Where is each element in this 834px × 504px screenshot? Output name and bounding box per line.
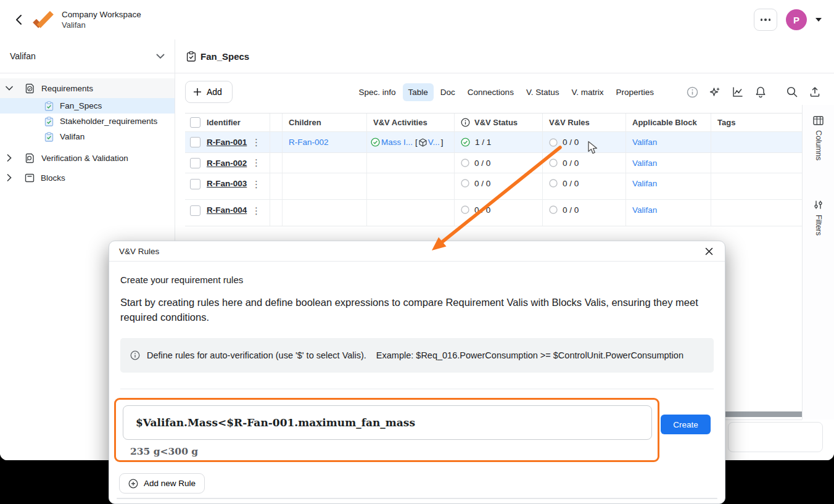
verification-icon — [25, 153, 35, 163]
block-link[interactable]: Valifan — [632, 179, 657, 188]
table-row[interactable]: R-Fan-001 ⋮ R-Fan-002 Mass I... [ V... ] — [185, 132, 802, 153]
project-selector[interactable]: Valifan — [0, 39, 175, 73]
row-checkbox[interactable] — [190, 179, 200, 189]
column-header-block[interactable]: Applicable Block — [626, 114, 711, 131]
column-header-children[interactable]: Children — [283, 114, 367, 131]
user-avatar[interactable]: P — [786, 9, 807, 30]
block-link[interactable]: Valifan — [632, 159, 657, 168]
empty-circle-icon — [549, 205, 558, 214]
export-icon[interactable] — [808, 85, 822, 99]
sidebar-item-blocks[interactable]: Blocks — [0, 168, 175, 188]
view-tabs: Spec. info Table Doc Connections V. Stat… — [353, 83, 659, 101]
status-cell[interactable]: 0 / 0 — [455, 153, 543, 173]
children-link[interactable]: R-Fan-002 — [289, 138, 329, 147]
empty-circle-icon — [461, 159, 469, 167]
info-icon[interactable] — [685, 85, 699, 99]
analytics-chart-icon[interactable] — [731, 85, 745, 99]
more-options-button[interactable] — [754, 9, 777, 31]
tab-v-matrix[interactable]: V. matrix — [566, 83, 609, 101]
empty-circle-icon — [461, 179, 469, 188]
columns-panel-tab[interactable]: Columns — [803, 105, 834, 160]
tab-connections[interactable]: Connections — [462, 83, 519, 101]
sidebar-item-label: Fan_Specs — [60, 101, 102, 110]
status-cell[interactable]: 0 / 0 — [455, 200, 543, 226]
add-button-label: Add — [207, 87, 222, 97]
add-button[interactable]: Add — [185, 81, 233, 103]
hint-banner: Define rules for auto-verification (use … — [120, 338, 714, 373]
select-all-checkbox[interactable] — [190, 117, 200, 128]
column-header-rules[interactable]: V&V Rules — [543, 114, 626, 131]
status-cell[interactable]: 0 / 0 — [455, 173, 543, 199]
sidebar-tree: Requirements Fan_Specs Stakeholder_requi… — [0, 73, 175, 188]
workspace-name: Company Workspace — [62, 9, 141, 20]
activities-cell[interactable]: Mass I... [ V... ] — [367, 132, 455, 152]
page-title-row: Fan_Specs — [175, 39, 834, 73]
sidebar-item-requirements[interactable]: Requirements — [0, 78, 175, 98]
user-menu-caret-icon[interactable] — [815, 18, 822, 22]
requirement-link[interactable]: R-Fan-004 — [207, 205, 247, 215]
tab-properties[interactable]: Properties — [610, 83, 659, 101]
tab-v-status[interactable]: V. Status — [521, 83, 565, 101]
spec-icon — [44, 132, 54, 142]
rule-editor-highlight: $Valifan.Mass<$R-Fan-001.maximum_fan_mas… — [114, 398, 659, 462]
row-menu-kebab-icon[interactable]: ⋮ — [249, 205, 263, 217]
column-header-status[interactable]: V&V Status — [455, 114, 543, 131]
search-icon[interactable] — [785, 85, 799, 99]
sidebar-item-label: Verification & Validation — [41, 154, 128, 163]
back-button[interactable] — [11, 12, 26, 27]
column-header-activities[interactable]: V&V Activities — [367, 114, 455, 131]
row-menu-kebab-icon[interactable]: ⋮ — [249, 179, 263, 190]
row-checkbox[interactable] — [190, 137, 200, 147]
modal-description: Start by creating rules here and define … — [120, 295, 703, 324]
toolbar-icons — [685, 85, 822, 99]
sidebar-item-valifan-spec[interactable]: Valifan — [0, 129, 175, 144]
page-title: Fan_Specs — [200, 51, 249, 62]
row-checkbox[interactable] — [190, 205, 200, 216]
table-row[interactable]: R-Fan-004 ⋮ 0 / 0 0 / 0 Valifan — [185, 200, 802, 226]
table-row[interactable]: R-Fan-003 ⋮ 0 / 0 0 / 0 Valifan — [185, 173, 802, 200]
spec-icon — [44, 117, 54, 126]
rules-cell[interactable]: 0 / 0 — [543, 153, 626, 173]
create-button[interactable]: Create — [661, 415, 711, 434]
ai-sparkles-icon[interactable] — [708, 85, 722, 99]
workspace-block: Company Workspace Valifan — [62, 9, 141, 30]
block-cube-icon — [419, 138, 427, 147]
rules-cell[interactable]: 0 / 0 — [543, 132, 626, 152]
requirements-icon — [25, 83, 35, 94]
block-link[interactable]: Valifan — [632, 205, 657, 215]
row-menu-kebab-icon[interactable]: ⋮ — [249, 137, 263, 148]
requirement-link[interactable]: R-Fan-002 — [207, 159, 247, 168]
rule-expression-input[interactable]: $Valifan.Mass<$R-Fan-001.maximum_fan_mas… — [123, 405, 652, 440]
rules-cell[interactable]: 0 / 0 — [543, 173, 626, 199]
sidebar-item-fan-specs[interactable]: Fan_Specs — [0, 98, 175, 114]
add-new-rule-button[interactable]: Add new Rule — [119, 473, 205, 494]
rule-evaluation-result: 235 g<300 g — [130, 445, 198, 457]
close-icon[interactable] — [703, 245, 715, 257]
sidebar-item-verification-validation[interactable]: Verification & Validation — [0, 148, 175, 168]
sidebar-item-label: Valifan — [60, 132, 85, 141]
table-row[interactable]: R-Fan-002 ⋮ 0 / 0 0 / 0 Valifan — [185, 153, 802, 173]
notifications-bell-icon[interactable] — [754, 85, 767, 99]
block-link[interactable]: Valifan — [632, 138, 657, 147]
row-menu-kebab-icon[interactable]: ⋮ — [249, 157, 263, 168]
empty-circle-icon — [461, 205, 469, 214]
sidebar-item-stakeholder-requirements[interactable]: Stakeholder_requirements — [0, 114, 175, 129]
rules-cell[interactable]: 0 / 0 — [543, 200, 626, 226]
tab-spec-info[interactable]: Spec. info — [353, 83, 401, 101]
tab-table[interactable]: Table — [403, 83, 434, 101]
top-bar: Company Workspace Valifan P — [0, 0, 834, 40]
table-header-row: Identifier Children V&V Activities V&V S… — [185, 113, 802, 132]
plus-icon — [193, 88, 202, 96]
status-cell[interactable]: 1 / 1 — [455, 132, 543, 152]
filters-panel-tab[interactable]: Filters — [803, 189, 834, 236]
tab-doc[interactable]: Doc — [435, 83, 461, 101]
requirement-link[interactable]: R-Fan-001 — [207, 138, 247, 147]
row-checkbox[interactable] — [190, 158, 200, 168]
tags-cell — [711, 200, 802, 226]
requirement-link[interactable]: R-Fan-003 — [207, 179, 247, 188]
column-header-tags[interactable]: Tags — [711, 114, 802, 131]
check-circle-icon — [371, 138, 380, 147]
tags-cell — [711, 173, 802, 199]
sidebar-item-label: Stakeholder_requirements — [60, 117, 157, 126]
column-header-identifier[interactable]: Identifier — [207, 118, 241, 127]
